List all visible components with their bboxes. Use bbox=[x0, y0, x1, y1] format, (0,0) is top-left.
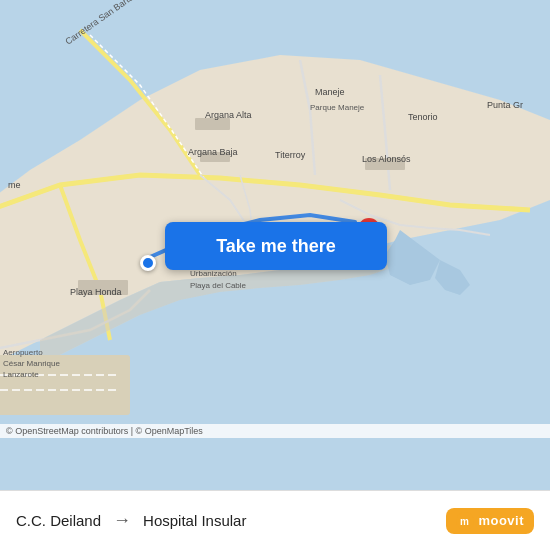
direction-arrow-icon: → bbox=[113, 510, 131, 531]
svg-text:Argana Alta: Argana Alta bbox=[205, 110, 252, 120]
destination-label: Hospital Insular bbox=[143, 512, 246, 529]
moovit-icon: m bbox=[456, 512, 474, 530]
moovit-text: moovit bbox=[478, 513, 524, 528]
origin-label: C.C. Deiland bbox=[16, 512, 101, 529]
moovit-logo: m moovit bbox=[446, 508, 534, 534]
svg-text:m: m bbox=[460, 516, 469, 527]
svg-text:Playa Honda: Playa Honda bbox=[70, 287, 122, 297]
svg-text:Lanzarote: Lanzarote bbox=[3, 370, 39, 379]
origin-dot bbox=[140, 255, 156, 271]
svg-text:Argana Baja: Argana Baja bbox=[188, 147, 238, 157]
svg-text:César Manrique: César Manrique bbox=[3, 359, 60, 368]
map-container: Carretera San Bartolome Argana Alta Mane… bbox=[0, 0, 550, 490]
svg-text:Titerroy: Titerroy bbox=[275, 150, 306, 160]
svg-text:Parque Maneje: Parque Maneje bbox=[310, 103, 365, 112]
map-attribution: © OpenStreetMap contributors | © OpenMap… bbox=[0, 424, 550, 438]
svg-text:Los Alonsós: Los Alonsós bbox=[362, 154, 411, 164]
svg-text:Maneje: Maneje bbox=[315, 87, 345, 97]
svg-text:Playa del Cable: Playa del Cable bbox=[190, 281, 247, 290]
svg-text:Punta Gr: Punta Gr bbox=[487, 100, 523, 110]
take-me-there-button[interactable]: Take me there bbox=[165, 222, 387, 270]
svg-text:me: me bbox=[8, 180, 21, 190]
svg-text:Aeropuerto: Aeropuerto bbox=[3, 348, 43, 357]
svg-text:Tenorio: Tenorio bbox=[408, 112, 438, 122]
bottom-bar: C.C. Deiland → Hospital Insular m moovit bbox=[0, 490, 550, 550]
svg-text:Urbanización: Urbanización bbox=[190, 269, 237, 278]
